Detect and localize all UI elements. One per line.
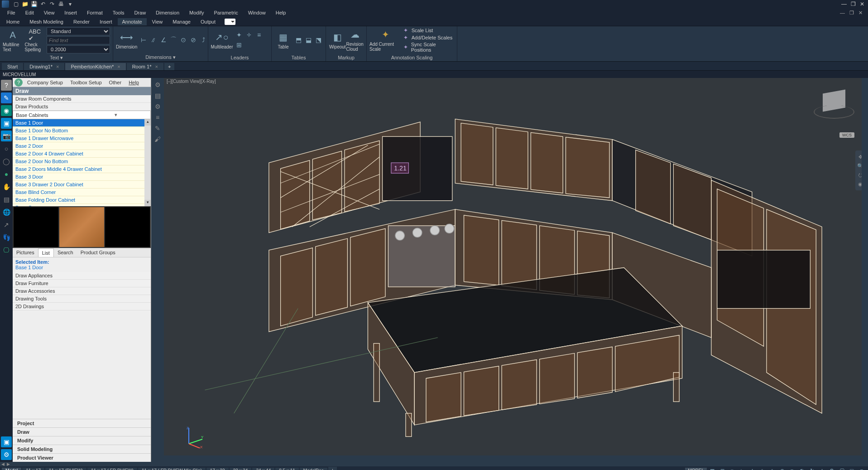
panel-label-text[interactable]: Text ▾ <box>0 54 113 61</box>
revision-cloud-button[interactable]: ☁ Revision Cloud <box>346 27 364 53</box>
list-item[interactable]: Base 3 Door <box>13 173 151 181</box>
list-item[interactable]: Base 2 Door No Bottom <box>13 158 151 165</box>
menu-help[interactable]: Help <box>272 9 290 16</box>
text-height-dropdown[interactable]: 0.2000 <box>47 45 110 53</box>
doc-minimize-icon[interactable]: — <box>838 10 847 16</box>
menu-insert[interactable]: Insert <box>61 9 81 16</box>
status-clean-icon[interactable]: ▢ <box>847 467 856 470</box>
cube-rail-icon[interactable]: ▣ <box>1 118 12 129</box>
menu-tools[interactable]: Tools <box>109 9 128 16</box>
sidebar-item-furniture[interactable]: Draw Furniture <box>13 280 151 287</box>
sphere-rail-icon[interactable]: ● <box>1 169 12 179</box>
chevron-down-icon[interactable]: ▾ <box>82 111 151 119</box>
dim-radius-icon[interactable]: ⊙ <box>179 35 188 44</box>
file-tab-pemberton[interactable]: PembertonKitchen*× <box>65 63 125 70</box>
status-workspace-icon[interactable]: ⚙ <box>827 467 836 470</box>
status-customize-icon[interactable]: ≡ <box>857 467 866 470</box>
doc-close-icon[interactable]: ✕ <box>857 10 864 16</box>
list-item[interactable]: Base 1 Drawer Microwave <box>13 135 151 142</box>
hand-rail-icon[interactable]: ✋ <box>1 181 12 192</box>
layout-tab-model[interactable]: Model <box>2 468 21 470</box>
category-dropdown[interactable]: Base Cabinets ▾ <box>13 111 151 119</box>
list-scrollbar[interactable]: ▴ ▾ <box>144 119 151 206</box>
layers-rail-icon[interactable]: ▤ <box>1 194 12 205</box>
list-item[interactable]: Base 2 Door <box>13 142 151 150</box>
sidebar-item-accessories[interactable]: Draw Accessories <box>13 287 151 295</box>
status-otrack-icon[interactable]: ⊕ <box>777 467 786 470</box>
menu-help[interactable]: Help <box>126 79 142 86</box>
multileader-button[interactable]: ↗○ Multileader <box>211 27 233 53</box>
status-snap-icon[interactable]: ⊞ <box>718 467 727 470</box>
preview-thumb-next[interactable] <box>105 207 150 247</box>
status-mode[interactable]: MODEL <box>685 468 707 470</box>
sidebar-item-products[interactable]: Draw Products <box>13 103 151 111</box>
qat-dropdown-icon[interactable]: ▾ <box>66 0 74 8</box>
status-lwt-icon[interactable]: ≡ <box>787 467 796 470</box>
ribbon-tab-output[interactable]: Output <box>196 18 220 25</box>
dim-aligned-icon[interactable]: ⫽ <box>149 35 158 44</box>
splitter-left-icon[interactable]: ◀ <box>0 462 5 466</box>
menu-company-setup[interactable]: Company Setup <box>24 79 66 86</box>
status-dropdown-icon[interactable]: ▾ <box>728 467 737 470</box>
circle-rail-icon[interactable]: ○ <box>1 143 12 154</box>
layout-tab[interactable]: 34 x 44 <box>252 468 274 470</box>
dimension-button[interactable]: ⟷ Dimension <box>116 27 137 53</box>
menu-toolbox-setup[interactable]: Toolbox Setup <box>67 79 105 86</box>
menu-draw[interactable]: Draw <box>130 9 149 16</box>
dim-jog-icon[interactable]: ⤴ <box>199 35 208 44</box>
status-3dosnap-icon[interactable]: ◈ <box>767 467 777 470</box>
ribbon-tab-view[interactable]: View <box>148 18 168 25</box>
maximize-icon[interactable]: ❐ <box>849 1 857 7</box>
scroll-down-icon[interactable]: ▾ <box>144 200 151 206</box>
dim-arc-icon[interactable]: ⌒ <box>169 35 178 44</box>
layout-tab[interactable]: 11 x 17 (DVIEW) <box>45 468 86 470</box>
box-rail-icon[interactable]: ▣ <box>1 436 12 447</box>
gear-icon[interactable]: ⚙ <box>153 102 163 111</box>
status-transparency-icon[interactable]: ◐ <box>797 467 806 470</box>
ribbon-tab-annotate[interactable]: Annotate <box>118 18 147 25</box>
panel-label-dimensions[interactable]: Dimensions ▾ <box>113 53 208 61</box>
globe-rail-icon[interactable]: 🌐 <box>1 207 12 218</box>
panel-icon[interactable]: ▤ <box>153 91 163 101</box>
list-icon[interactable]: ≡ <box>153 112 163 122</box>
new-tab-button[interactable]: + <box>164 63 174 70</box>
menu-format[interactable]: Format <box>83 9 106 16</box>
leader-remove-icon[interactable]: ✧ <box>245 30 254 39</box>
menu-dimension[interactable]: Dimension <box>152 9 183 16</box>
new-icon[interactable]: ▢ <box>12 0 20 8</box>
menu-parametric[interactable]: Parametric <box>210 9 241 16</box>
close-icon[interactable]: ✕ <box>858 1 866 7</box>
dim-angular-icon[interactable]: ∠ <box>159 35 168 44</box>
ribbon-tab-mesh[interactable]: Mesh Modeling <box>25 18 68 25</box>
layout-tab[interactable]: ModelDoc <box>300 468 327 470</box>
scale-list-button[interactable]: ✦Scale List <box>403 27 454 34</box>
workspace-switch-icon[interactable] <box>225 19 235 25</box>
tab-list[interactable]: List <box>38 248 54 257</box>
check-spelling-button[interactable]: ABC✔ Check Spelling <box>25 28 45 53</box>
status-cycling-icon[interactable]: ↻ <box>807 467 816 470</box>
sidebar-item-appliances[interactable]: Draw Appliances <box>13 272 151 280</box>
add-delete-scales-button[interactable]: ✦Add/Delete Scales <box>403 34 454 41</box>
ribbon-tab-home[interactable]: Home <box>2 18 24 25</box>
ribbon-tab-render[interactable]: Render <box>69 18 94 25</box>
list-item[interactable]: Base Folding Door Cabinet <box>13 196 151 204</box>
ribbon-tab-manage[interactable]: Manage <box>168 18 195 25</box>
file-tab-start[interactable]: Start <box>2 63 23 70</box>
list-item[interactable]: Base Open <box>13 204 151 206</box>
gear-rail-icon[interactable]: ⚙ <box>1 449 12 460</box>
ellipse-rail-icon[interactable]: ◯ <box>1 156 12 167</box>
close-tab-icon[interactable]: × <box>56 64 59 69</box>
list-item[interactable]: Base 3 Drawer 2 Door Cabinet <box>13 181 151 189</box>
new-layout-button[interactable]: + <box>328 467 337 470</box>
undo-icon[interactable]: ↶ <box>39 0 47 8</box>
preview-thumb-prev[interactable] <box>14 207 58 247</box>
sidebar-item-drawing-tools[interactable]: Drawing Tools <box>13 295 151 303</box>
table-download-icon[interactable]: ⬔ <box>314 35 323 44</box>
open-icon[interactable]: 📁 <box>21 0 29 8</box>
list-item[interactable]: Base 1 Door No Bottom <box>13 127 151 135</box>
menu-file[interactable]: File <box>4 9 19 16</box>
edit-icon[interactable]: ✎ <box>153 123 163 133</box>
leader-add-icon[interactable]: ✦ <box>235 30 244 39</box>
sync-scale-button[interactable]: ✦Sync Scale Positions <box>403 42 454 53</box>
people-rail-icon[interactable]: 👣 <box>1 232 12 243</box>
